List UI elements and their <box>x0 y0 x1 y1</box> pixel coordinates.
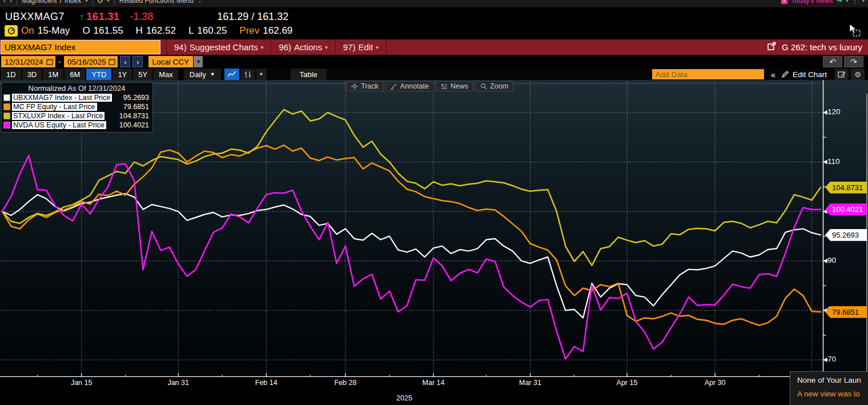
zoom-button[interactable]: Zoom <box>475 81 513 91</box>
divider: | <box>92 0 94 5</box>
menu-label: Actions <box>294 42 322 52</box>
line-chart-type-button[interactable] <box>224 69 239 80</box>
menu-security[interactable]: Magnificent 7 Index <box>22 0 81 5</box>
range-toolbar: 1D3D1M6MYTD1Y5YMax Daily ▼ ▼ Table « Edi… <box>0 69 868 80</box>
low-label: L <box>188 25 194 37</box>
last-price-badge: 104.8731 <box>825 182 867 194</box>
undo-button[interactable]: ↶ <box>823 56 842 67</box>
chart-area[interactable]: Normalized As Of 12/31/2024 UBXXMAG7 Ind… <box>0 80 868 377</box>
add-data-input[interactable] <box>652 69 764 79</box>
y-tick-arrow <box>823 160 827 165</box>
next-period-button[interactable]: › <box>132 56 143 67</box>
legend-value: 79.6851 <box>123 103 150 111</box>
popup-line1: None of Your Laun <box>797 376 868 384</box>
legend-label: UBXXMAG7 Index - Last Price <box>12 94 112 102</box>
annotate-button[interactable]: Annotate <box>385 81 434 91</box>
x-axis-label: Feb 14 <box>249 379 283 387</box>
end-date-input[interactable]: 05/16/2025 <box>64 56 118 67</box>
gear-icon[interactable]: ⚙ <box>851 69 865 80</box>
nav-back-icon[interactable]: ‹ <box>3 0 6 5</box>
up-arrow-icon: ↑ <box>79 12 84 22</box>
menu-suggested-charts[interactable]: 94) Suggested Charts ▾ <box>166 39 271 55</box>
high-value: 162.52 <box>146 25 176 37</box>
last-price-badge: 100.4021 <box>825 203 867 215</box>
crosshair-icon <box>351 83 358 90</box>
chart-annotation-icon[interactable] <box>835 69 849 80</box>
legend-value: 100.4021 <box>119 121 150 129</box>
news-button[interactable]: News <box>436 81 473 91</box>
zoom-label: Zoom <box>490 82 508 90</box>
tab-range-5y[interactable]: 5Y <box>133 69 152 80</box>
x-axis-label: Jan 15 <box>65 379 99 387</box>
nav-forward-icon[interactable]: › <box>10 0 12 5</box>
legend-item[interactable]: UBXXMAG7 Index - Last Price95.2693 <box>3 93 150 102</box>
track-button[interactable]: Track <box>346 81 384 91</box>
edit-chart-button[interactable]: Edit Chart <box>781 70 827 79</box>
on-label: On <box>21 25 34 37</box>
x-axis-label: Apr 30 <box>698 379 732 387</box>
y-axis-label: 90 <box>827 256 836 264</box>
gauge-icon[interactable] <box>5 25 18 37</box>
legend-value: 104.8731 <box>119 112 150 120</box>
start-date-input[interactable]: 12/31/2024 <box>1 56 55 67</box>
menu-label: Suggested Charts <box>190 42 258 52</box>
notification-popup[interactable]: None of Your Laun A new view was lo <box>790 371 868 405</box>
legend-item[interactable]: MC FP Equity - Last Price79.6851 <box>3 102 150 111</box>
menu-actions[interactable]: 96) Actions ▾ <box>271 39 335 55</box>
redo-button[interactable]: ↷ <box>844 56 863 67</box>
x-axis-label: Feb 28 <box>328 379 363 387</box>
more-icon[interactable]: ⋮ <box>851 0 858 5</box>
chevron-down-icon: ▾ <box>325 45 328 50</box>
tab-range-1y[interactable]: 1Y <box>112 69 132 80</box>
legend-item[interactable]: STXLUXP Index - Last Price104.8731 <box>3 111 150 121</box>
menu-label: Edit <box>358 42 373 52</box>
prev-value: 162.69 <box>263 25 292 37</box>
tab-range-6m[interactable]: 6M <box>65 69 85 80</box>
quote-date: 15-May <box>38 25 70 37</box>
series-line-mc[interactable] <box>2 145 821 325</box>
popup-line2[interactable]: A new view was lo <box>797 390 868 398</box>
tab-range-ytd[interactable]: YTD <box>86 69 111 80</box>
legend-item[interactable]: NVDA US Equity - Last Price100.4021 <box>3 121 150 130</box>
legend-swatch <box>3 113 10 119</box>
tab-range-1d[interactable]: 1D <box>1 69 21 80</box>
y-tick-arrow <box>823 358 827 362</box>
chevron-down-icon: ▾ <box>107 0 110 3</box>
currency-value: Local CCY <box>152 58 189 66</box>
chart-type-caret-button[interactable]: ▼ <box>256 69 267 80</box>
date-bar: 12/31/2024 - 05/16/2025 ‹ › Local CCY ▼ … <box>0 55 868 69</box>
last-price-badge: 95.2693 <box>825 229 867 241</box>
prev-period-button[interactable]: ‹ <box>120 56 130 67</box>
tab-range-max[interactable]: Max <box>154 69 178 80</box>
legend-label: STXLUXP Index - Last Price <box>12 112 105 120</box>
tab-range-3d[interactable]: 3D <box>22 69 42 80</box>
x-axis-label: Jan 31 <box>161 379 195 387</box>
calendar-icon <box>46 58 53 65</box>
export-icon[interactable] <box>767 41 777 53</box>
tab-range-1m[interactable]: 1M <box>43 69 63 80</box>
series-line-nvda[interactable] <box>2 155 821 359</box>
news-icon[interactable]: ▪ <box>781 0 787 4</box>
series-line-ubxxmag7[interactable] <box>2 194 821 318</box>
bar-chart-type-button[interactable] <box>240 69 255 80</box>
y-tick-arrow <box>823 259 827 263</box>
share-icon[interactable]: ➔ <box>837 0 842 5</box>
high-label: H <box>136 25 143 37</box>
table-button[interactable]: Table <box>291 69 327 80</box>
security-input[interactable] <box>1 40 160 54</box>
legend-swatch <box>3 122 10 129</box>
bid-ask: 161.29 / 161.32 <box>217 11 288 23</box>
prev-label: Prev <box>239 25 259 37</box>
todays-news-label[interactable]: Today's News <box>791 0 833 5</box>
menu-edit[interactable]: 97) Edit ▾ <box>336 39 387 55</box>
chart-legend[interactable]: Normalized As Of 12/31/2024 UBXXMAG7 Ind… <box>1 82 153 133</box>
menu-key: 97) <box>343 42 356 52</box>
menu-related-functions[interactable]: Related Functions Menu <box>119 0 194 5</box>
currency-caret-button[interactable]: ▼ <box>194 56 203 67</box>
currency-select[interactable]: Local CCY <box>148 56 193 67</box>
collapse-panel-button[interactable]: « <box>771 70 775 79</box>
period-select[interactable]: Daily ▼ <box>184 69 221 80</box>
menu-g[interactable]: G <box>98 0 103 5</box>
edit-chart-label: Edit Chart <box>793 70 827 79</box>
series-line-stxluxp[interactable] <box>2 110 821 266</box>
